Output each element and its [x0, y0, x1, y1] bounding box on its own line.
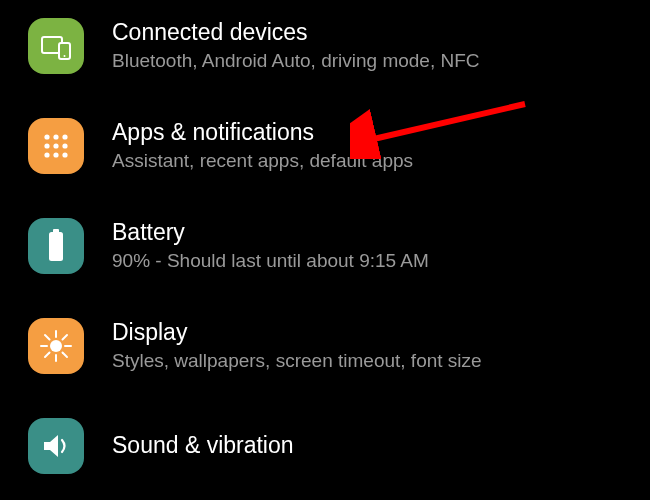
- item-text: Connected devices Bluetooth, Android Aut…: [112, 18, 626, 73]
- item-subtitle: Assistant, recent apps, default apps: [112, 149, 626, 174]
- apps-grid-icon: [28, 118, 84, 174]
- svg-point-3: [44, 134, 49, 139]
- svg-line-21: [63, 335, 68, 340]
- settings-item-sound-vibration[interactable]: Sound & vibration: [0, 396, 650, 496]
- svg-point-8: [62, 143, 67, 148]
- item-subtitle: 90% - Should last until about 9:15 AM: [112, 249, 626, 274]
- item-subtitle: Bluetooth, Android Auto, driving mode, N…: [112, 49, 626, 74]
- brightness-icon: [28, 318, 84, 374]
- sound-icon: [28, 418, 84, 474]
- item-title: Apps & notifications: [112, 118, 626, 147]
- settings-item-connected-devices[interactable]: Connected devices Bluetooth, Android Aut…: [0, 0, 650, 96]
- svg-point-4: [53, 134, 58, 139]
- item-title: Display: [112, 318, 626, 347]
- devices-icon: [28, 18, 84, 74]
- svg-point-14: [50, 340, 62, 352]
- item-text: Display Styles, wallpapers, screen timeo…: [112, 318, 626, 373]
- svg-line-20: [63, 353, 68, 358]
- svg-line-22: [45, 353, 50, 358]
- svg-point-11: [62, 152, 67, 157]
- item-title: Connected devices: [112, 18, 626, 47]
- svg-rect-13: [49, 232, 63, 261]
- item-subtitle: Styles, wallpapers, screen timeout, font…: [112, 349, 626, 374]
- settings-item-apps-notifications[interactable]: Apps & notifications Assistant, recent a…: [0, 96, 650, 196]
- svg-point-5: [62, 134, 67, 139]
- svg-point-9: [44, 152, 49, 157]
- svg-point-7: [53, 143, 58, 148]
- svg-point-6: [44, 143, 49, 148]
- svg-point-10: [53, 152, 58, 157]
- settings-item-battery[interactable]: Battery 90% - Should last until about 9:…: [0, 196, 650, 296]
- item-title: Sound & vibration: [112, 431, 626, 460]
- svg-point-2: [64, 55, 66, 57]
- item-title: Battery: [112, 218, 626, 247]
- settings-list: Connected devices Bluetooth, Android Aut…: [0, 0, 650, 496]
- svg-line-19: [45, 335, 50, 340]
- item-text: Sound & vibration: [112, 431, 626, 462]
- item-text: Apps & notifications Assistant, recent a…: [112, 118, 626, 173]
- item-text: Battery 90% - Should last until about 9:…: [112, 218, 626, 273]
- battery-icon: [28, 218, 84, 274]
- settings-item-display[interactable]: Display Styles, wallpapers, screen timeo…: [0, 296, 650, 396]
